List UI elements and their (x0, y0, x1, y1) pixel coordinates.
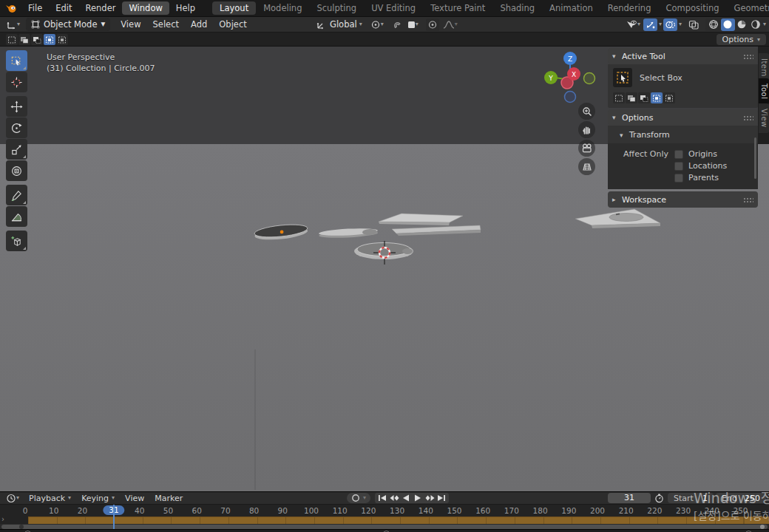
select-box-tool-chip[interactable] (613, 68, 632, 87)
workspace-tab-compositing[interactable]: Compositing (658, 1, 726, 15)
workspace-tab-geometry-nodes[interactable]: Geometry Nodes (727, 1, 769, 15)
sidebar-tab-view[interactable]: View (759, 103, 769, 133)
axis-z-ball[interactable]: Z (563, 52, 577, 65)
tool-add-cube-button[interactable] (6, 231, 27, 251)
axis-y-ball[interactable]: Y (544, 71, 558, 84)
panel-scrollbar[interactable] (754, 137, 756, 179)
tool-cursor-button[interactable] (6, 72, 27, 92)
shading-rendered-button[interactable] (749, 18, 763, 31)
checkbox-origins[interactable] (674, 150, 683, 159)
select-mode-intersect-icon[interactable] (56, 34, 68, 45)
current-frame-field[interactable]: 31 (608, 493, 651, 503)
snap-magnet-icon[interactable] (390, 18, 404, 31)
tool-transform-button[interactable] (6, 160, 27, 181)
mesh-triangle-right[interactable] (575, 209, 660, 228)
panel-grip-icon[interactable] (743, 197, 753, 202)
timeline-menu-marker[interactable]: Marker (149, 494, 188, 503)
viewport-menu-select[interactable]: Select (147, 18, 185, 31)
timeline-range-row[interactable]: › (0, 516, 769, 524)
timeline-menu-playback[interactable]: Playback▾ (24, 494, 76, 503)
prev-keyframe-button[interactable] (388, 493, 400, 503)
grid-ortho-icon[interactable] (578, 158, 595, 175)
tool-rotate-button[interactable] (6, 117, 27, 138)
select-mode-extend-icon[interactable] (18, 34, 30, 45)
workspace-tab-rendering[interactable]: Rendering (600, 1, 659, 15)
select-mode-invert-icon[interactable] (44, 34, 55, 45)
workspace-tab-animation[interactable]: Animation (542, 1, 600, 15)
frame-end-field[interactable]: End 250 (716, 493, 766, 503)
tool-move-button[interactable] (6, 96, 27, 117)
menu-window[interactable]: Window (122, 1, 169, 15)
xray-toggle-button[interactable] (687, 18, 701, 31)
mesh-disc-left[interactable] (254, 222, 308, 242)
select-mode-set-icon[interactable] (613, 92, 625, 103)
tool-scale-button[interactable] (6, 139, 27, 160)
zoom-icon[interactable] (578, 103, 595, 120)
mesh-ring-center[interactable] (354, 243, 413, 260)
menu-render[interactable]: Render (79, 1, 123, 15)
stopwatch-icon[interactable] (653, 492, 665, 505)
panel-grip-icon[interactable] (743, 115, 753, 120)
frame-start-field[interactable]: Start 1 (668, 493, 714, 503)
axis-neg-y-ball[interactable] (584, 73, 595, 84)
checkbox-parents[interactable] (674, 174, 683, 183)
overlays-toggle-button[interactable] (663, 18, 677, 31)
play-button[interactable] (412, 493, 424, 503)
transform-orientation-button[interactable] (314, 18, 328, 31)
chevron-down-icon[interactable]: ▾ (679, 21, 682, 27)
sidebar-tab-item[interactable]: Item (759, 53, 769, 82)
viewport-menu-object[interactable]: Object (213, 18, 252, 31)
panel-header-workspace[interactable]: ▸ Workspace (608, 191, 758, 208)
shading-wireframe-button[interactable] (707, 18, 721, 31)
expand-channels-icon[interactable]: › (1, 515, 4, 523)
pivot-point-button[interactable]: ▾ (369, 18, 385, 31)
axis-x-ball[interactable]: X (567, 67, 580, 81)
tool-annotate-button[interactable] (6, 185, 27, 205)
transform-subpanel-header[interactable]: ▾ Transform (608, 126, 758, 143)
tool-measure-button[interactable] (6, 206, 27, 227)
timeline-editor-type-button[interactable]: ▾ (4, 492, 21, 505)
playhead[interactable] (113, 505, 115, 529)
select-mode-set-icon[interactable] (6, 34, 18, 45)
camera-icon[interactable] (578, 140, 595, 157)
visibility-toggles-button[interactable]: ▾ (624, 18, 642, 31)
editor-type-button[interactable]: ▾ (4, 18, 21, 31)
select-mode-subtract-icon[interactable] (31, 34, 43, 45)
next-keyframe-button[interactable] (424, 493, 436, 503)
falloff-curve-button[interactable]: ▾ (441, 18, 459, 31)
chevron-down-icon[interactable]: ▾ (659, 21, 662, 27)
menu-help[interactable]: Help (169, 1, 202, 15)
navigation-gizmo[interactable]: Z Y X (543, 50, 603, 109)
workspace-tab-sculpting[interactable]: Sculpting (309, 1, 364, 15)
select-mode-subtract-icon[interactable] (638, 92, 650, 103)
timeline-menu-view[interactable]: View (120, 494, 149, 503)
workspace-tab-shading[interactable]: Shading (492, 1, 542, 15)
orientation-label[interactable]: Global (330, 19, 357, 30)
workspace-tab-modeling[interactable]: Modeling (256, 1, 309, 15)
viewport-menu-add[interactable]: Add (185, 18, 213, 31)
menu-edit[interactable]: Edit (49, 1, 78, 15)
panel-grip-icon[interactable] (743, 54, 753, 59)
select-mode-extend-icon[interactable] (626, 92, 637, 103)
auto-key-button[interactable]: ▾ (347, 493, 370, 503)
chevron-down-icon[interactable]: ▾ (763, 21, 766, 27)
mesh-disc-middle[interactable] (319, 228, 379, 239)
shading-material-button[interactable] (735, 18, 749, 31)
select-mode-intersect-icon[interactable] (663, 92, 675, 103)
axis-neg-z-ball[interactable] (565, 92, 576, 103)
workspace-tab-layout[interactable]: Layout (212, 1, 256, 15)
pan-hand-icon[interactable] (578, 121, 595, 138)
viewport-3d[interactable]: User Perspective (31) Collection | Circl… (0, 47, 769, 491)
proportional-editing-button[interactable] (426, 18, 439, 31)
checkbox-locations[interactable] (674, 162, 683, 171)
mesh-wedge-lower[interactable] (392, 225, 481, 236)
gizmos-toggle-button[interactable] (643, 18, 657, 31)
mesh-wedge-upper[interactable] (379, 214, 463, 225)
jump-to-end-button[interactable] (436, 493, 447, 503)
mode-selector[interactable]: Object Mode ▾ (26, 18, 110, 31)
jump-to-start-button[interactable] (376, 493, 388, 503)
snap-target-button[interactable]: ▾ (406, 18, 420, 31)
sidebar-tab-tool[interactable]: Tool (759, 78, 769, 104)
workspace-tab-texture-paint[interactable]: Texture Paint (423, 1, 492, 15)
shading-solid-button[interactable] (721, 18, 735, 31)
